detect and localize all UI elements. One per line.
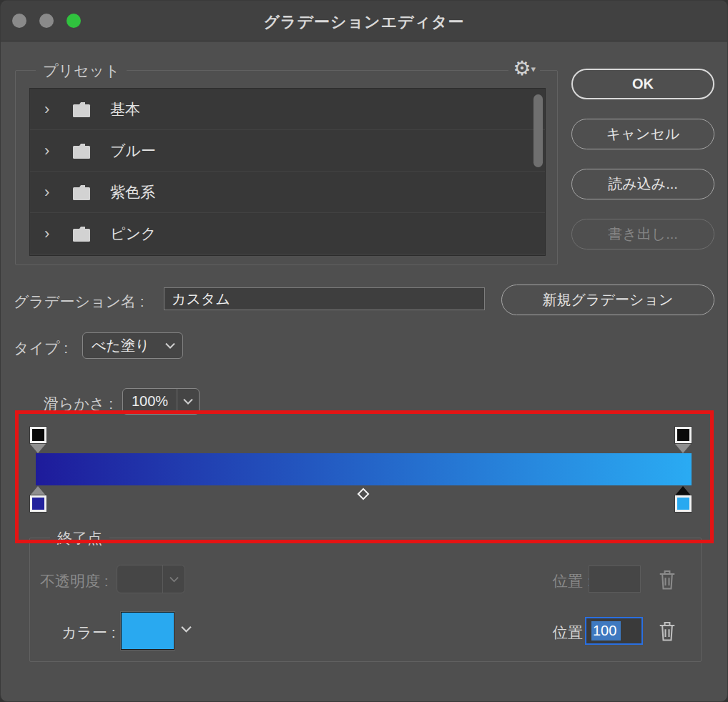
opacity-label: 不透明度 :: [40, 571, 109, 591]
folder-icon: [72, 100, 94, 119]
gradient-editor-dialog: グラデーションエディター プリセット ⚙▾ › 基本 › ブルー ›: [0, 0, 728, 702]
scrollbar-thumb[interactable]: [533, 94, 543, 167]
preset-folder-label: 紫色系: [110, 182, 155, 202]
stops-editor-legend: 終了点: [50, 528, 109, 548]
chevron-right-icon: ›: [44, 224, 56, 243]
presets-group: プリセット ⚙▾ › 基本 › ブルー ›: [15, 70, 558, 265]
folder-icon: [72, 183, 94, 202]
type-value: べた塗り: [83, 333, 158, 358]
opacity-position-input: [589, 565, 641, 593]
caret-down-icon: ▾: [531, 64, 536, 74]
delete-opacity-stop-icon: [657, 568, 677, 591]
color-stop-left-pointer: [30, 486, 46, 495]
gear-icon: ⚙: [513, 57, 531, 79]
ok-button[interactable]: OK: [571, 69, 714, 99]
preset-folder-label: ブルー: [110, 141, 156, 161]
gear-menu-button[interactable]: ⚙▾: [508, 56, 540, 81]
gradient-name-label: グラデーション名 :: [14, 292, 144, 312]
type-label: タイプ :: [14, 338, 68, 358]
color-label: カラー :: [62, 623, 116, 643]
opacity-stop-right[interactable]: [675, 427, 692, 443]
opacity-stop-left-pointer: [30, 444, 46, 453]
opacity-stop-left[interactable]: [30, 427, 46, 443]
chevron-right-icon: ›: [44, 100, 56, 119]
color-stop-right-pointer: [675, 486, 691, 495]
chevron-right-icon: ›: [44, 183, 56, 202]
preset-folder-purple[interactable]: › 紫色系: [30, 172, 545, 213]
preset-folder-label: 基本: [110, 99, 140, 119]
preset-list: › 基本 › ブルー › 紫色系 ›: [29, 88, 546, 256]
chevron-down-icon: [158, 333, 182, 358]
color-position-input[interactable]: 100: [585, 617, 643, 645]
folder-icon: [72, 142, 94, 160]
chevron-down-icon[interactable]: [181, 626, 192, 633]
opacity-position-label: 位置 :: [553, 571, 591, 591]
chevron-down-icon: [162, 565, 185, 593]
titlebar: グラデーションエディター: [1, 1, 727, 41]
delete-color-stop-icon[interactable]: [657, 620, 677, 643]
gradient-name-input[interactable]: [164, 287, 485, 310]
load-button[interactable]: 読み込み...: [571, 169, 714, 199]
new-gradient-button[interactable]: 新規グラデーション: [501, 285, 714, 315]
color-stop-left[interactable]: [30, 495, 46, 512]
preset-folder-blue[interactable]: › ブルー: [30, 130, 545, 172]
presets-legend: プリセット: [36, 61, 127, 81]
chevron-right-icon: ›: [44, 142, 56, 160]
opacity-stop-right-pointer: [675, 444, 691, 453]
smoothness-label: 滑らかさ :: [44, 394, 113, 414]
preset-folder-pink[interactable]: › ピンク: [30, 213, 545, 254]
gradient-midpoint-diamond[interactable]: [358, 488, 370, 500]
preset-folder-label: ピンク: [110, 224, 156, 244]
folder-icon: [72, 224, 94, 243]
window-title: グラデーションエディター: [1, 11, 727, 33]
smoothness-value: 100%: [123, 389, 177, 414]
selected-text: 100: [591, 621, 621, 641]
preset-folder-basic[interactable]: › 基本: [30, 89, 545, 130]
cancel-button[interactable]: キャンセル: [571, 119, 714, 149]
export-button: 書き出し...: [571, 219, 714, 249]
chevron-down-icon: [177, 389, 199, 414]
opacity-value: [117, 565, 162, 593]
color-stop-right[interactable]: [675, 495, 692, 512]
gradient-preview-bar[interactable]: [36, 453, 692, 485]
opacity-dropdown: [117, 565, 185, 593]
smoothness-dropdown[interactable]: 100%: [122, 388, 200, 415]
color-swatch[interactable]: [121, 612, 174, 650]
type-dropdown[interactable]: べた塗り: [82, 332, 183, 359]
